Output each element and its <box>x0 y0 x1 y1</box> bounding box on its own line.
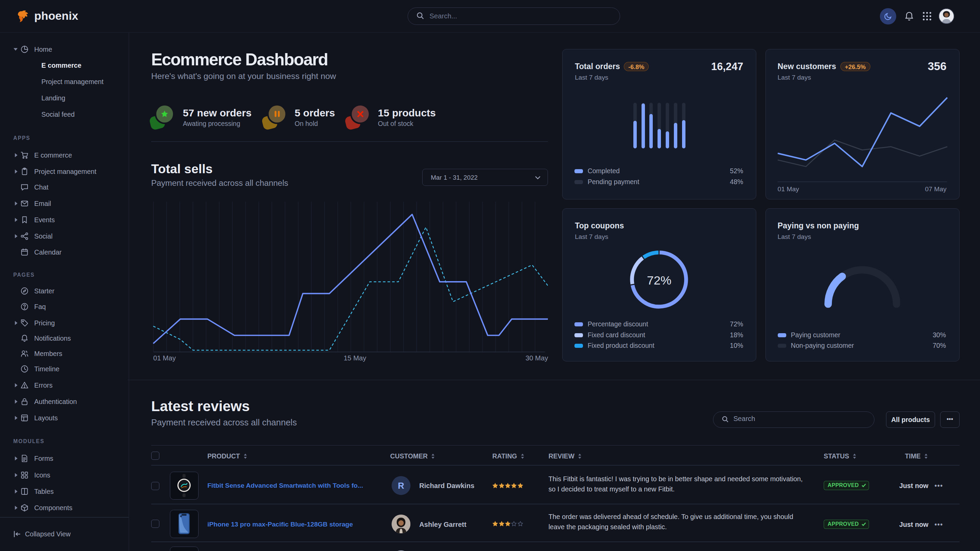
svg-text:R: R <box>398 481 404 491</box>
